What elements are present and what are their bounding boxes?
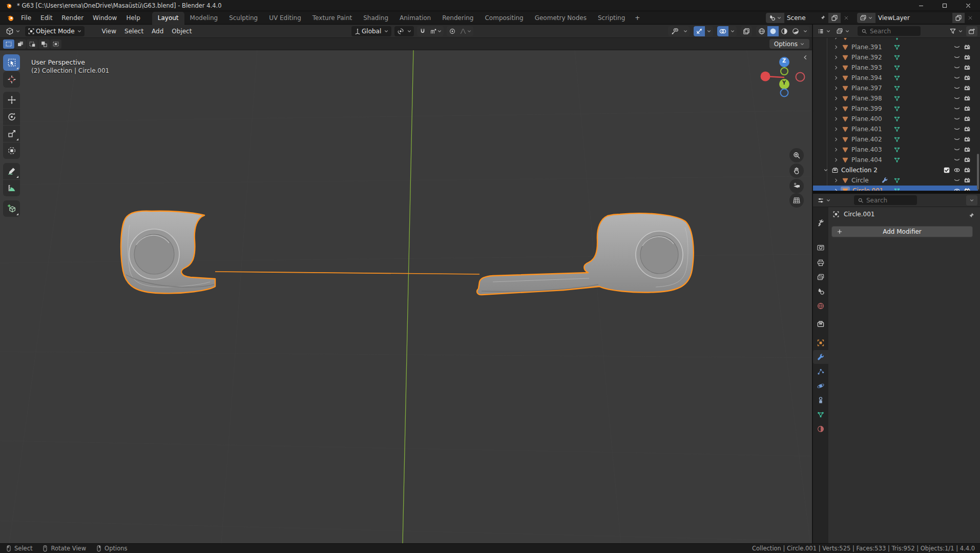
tab-collection[interactable] — [813, 317, 828, 331]
hide-in-viewport-icon[interactable] — [953, 105, 961, 112]
scale-tool[interactable] — [3, 126, 20, 142]
move-tool[interactable] — [3, 92, 20, 108]
disable-in-renders-icon[interactable] — [964, 105, 971, 112]
viewlayer-name-field[interactable]: ViewLayer — [875, 13, 952, 23]
tab-physics[interactable] — [813, 379, 828, 393]
workspace-tab-scripting[interactable]: Scripting — [592, 12, 631, 25]
gizmo-neg-z-axis[interactable] — [781, 89, 788, 97]
workspace-tab-animation[interactable]: Animation — [394, 12, 436, 25]
properties-options-dropdown[interactable] — [966, 195, 977, 206]
menu-render[interactable]: Render — [57, 11, 88, 25]
menu-file[interactable]: File — [16, 11, 36, 25]
hide-in-viewport-icon[interactable] — [953, 126, 961, 133]
wireframe-shading-button[interactable] — [756, 26, 767, 36]
remove-viewlayer-button[interactable] — [965, 13, 976, 23]
tab-world[interactable] — [813, 299, 828, 313]
outliner-row[interactable]: Plane.400 — [813, 114, 978, 124]
hide-in-viewport-icon[interactable] — [953, 54, 961, 61]
hide-in-viewport-icon[interactable] — [953, 136, 961, 143]
proportional-edit-toggle[interactable] — [447, 26, 458, 36]
outliner-row[interactable]: Circle — [813, 175, 978, 186]
snap-settings-dropdown[interactable] — [428, 26, 444, 36]
unlink-scene-button[interactable] — [841, 13, 852, 23]
hide-in-viewport-icon[interactable] — [953, 95, 961, 102]
hide-in-viewport-icon[interactable] — [953, 146, 961, 153]
expand-chevron-icon[interactable] — [833, 127, 839, 132]
expand-chevron-icon[interactable] — [833, 137, 839, 142]
workspace-tab-geometry-nodes[interactable]: Geometry Nodes — [529, 12, 592, 25]
hide-in-viewport-icon[interactable] — [953, 187, 961, 191]
annotate-tool[interactable] — [3, 163, 20, 179]
outliner-row[interactable]: Plane.393 — [813, 63, 978, 73]
disable-in-renders-icon[interactable] — [964, 85, 971, 92]
select-mode-invert-button[interactable] — [38, 39, 50, 49]
select-box-tool[interactable] — [3, 54, 20, 71]
outliner-search[interactable] — [858, 26, 921, 36]
disable-in-renders-icon[interactable] — [964, 167, 971, 174]
expand-chevron-icon[interactable] — [833, 116, 839, 121]
outliner-row-active[interactable]: Circle.001 — [813, 186, 978, 191]
disable-in-renders-icon[interactable] — [964, 115, 971, 122]
workspace-tab-rendering[interactable]: Rendering — [436, 12, 479, 25]
viewlayer-browse-button[interactable] — [857, 13, 875, 23]
workspace-tab-texture-paint[interactable]: Texture Paint — [307, 12, 358, 25]
disable-in-renders-icon[interactable] — [964, 126, 971, 133]
show-overlays-toggle[interactable] — [717, 26, 728, 36]
outliner-search-input[interactable] — [870, 28, 917, 35]
tab-render[interactable] — [813, 240, 828, 254]
show-gizmo-toggle[interactable] — [694, 26, 705, 36]
zoom-button[interactable] — [789, 148, 804, 162]
select-mode-extend-button[interactable] — [15, 39, 26, 49]
outliner-row[interactable]: Plane.402 — [813, 134, 978, 145]
workspace-tab-compositing[interactable]: Compositing — [479, 12, 529, 25]
expand-chevron-icon[interactable] — [833, 157, 839, 162]
expand-chevron-icon[interactable] — [833, 75, 839, 80]
blender-app-menu-button[interactable] — [4, 13, 16, 23]
chevron-down-icon[interactable] — [730, 29, 735, 34]
viewport-canvas[interactable]: User Perspective (2) Collection | Circle… — [0, 50, 812, 543]
tab-tool[interactable] — [813, 216, 828, 230]
new-collection-button[interactable] — [966, 26, 977, 36]
menu-view[interactable]: View — [98, 25, 120, 38]
disable-in-renders-icon[interactable] — [964, 187, 971, 191]
disable-in-renders-icon[interactable] — [964, 156, 971, 163]
collection-checkbox-icon[interactable] — [943, 167, 950, 174]
expand-chevron-icon[interactable] — [833, 45, 839, 50]
bumper-left-piece[interactable] — [121, 211, 215, 294]
outliner-row[interactable]: Plane.398 — [813, 93, 978, 104]
expand-chevron-icon[interactable] — [833, 96, 839, 101]
chevron-down-icon[interactable] — [803, 29, 808, 34]
outliner-row[interactable]: Plane.394 — [813, 73, 978, 83]
pivot-point-selector[interactable] — [394, 26, 414, 36]
workspace-tab-sculpting[interactable]: Sculpting — [223, 12, 263, 25]
solid-shading-button[interactable] — [767, 26, 779, 36]
gizmo-neg-x-axis[interactable] — [796, 73, 805, 81]
hide-in-viewport-icon[interactable] — [953, 115, 961, 122]
disable-in-renders-icon[interactable] — [964, 136, 971, 143]
menu-select[interactable]: Select — [120, 25, 148, 38]
snap-toggle[interactable] — [417, 26, 428, 36]
tab-output[interactable] — [813, 256, 828, 270]
expand-chevron-icon[interactable] — [833, 178, 839, 183]
tab-constraints[interactable] — [813, 393, 828, 407]
menu-help[interactable]: Help — [121, 11, 144, 25]
disable-in-renders-icon[interactable] — [964, 54, 971, 61]
rendered-shading-button[interactable] — [790, 26, 801, 36]
outliner-row[interactable]: Plane.399 — [813, 104, 978, 114]
pin-icon[interactable] — [820, 15, 826, 21]
hide-in-viewport-icon[interactable] — [953, 64, 961, 71]
workspace-tab-modeling[interactable]: Modeling — [184, 12, 224, 25]
disable-in-renders-icon[interactable] — [964, 95, 971, 102]
expand-chevron-icon[interactable] — [833, 147, 839, 152]
tab-object[interactable] — [813, 336, 828, 350]
outliner-row[interactable]: Plane.391 — [813, 42, 978, 52]
select-mode-subtract-button[interactable] — [27, 39, 38, 49]
orthographic-toggle-button[interactable] — [789, 193, 804, 208]
display-mode-dropdown[interactable] — [816, 26, 832, 36]
transform-orientation-selector[interactable]: Global — [351, 26, 391, 36]
workspace-tab-shading[interactable]: Shading — [358, 12, 394, 25]
hide-in-viewport-icon[interactable] — [953, 85, 961, 92]
editor-type-button[interactable] — [3, 26, 23, 36]
filter-dropdown[interactable] — [948, 26, 964, 36]
sidebar-collapse-arrow[interactable] — [802, 53, 808, 60]
